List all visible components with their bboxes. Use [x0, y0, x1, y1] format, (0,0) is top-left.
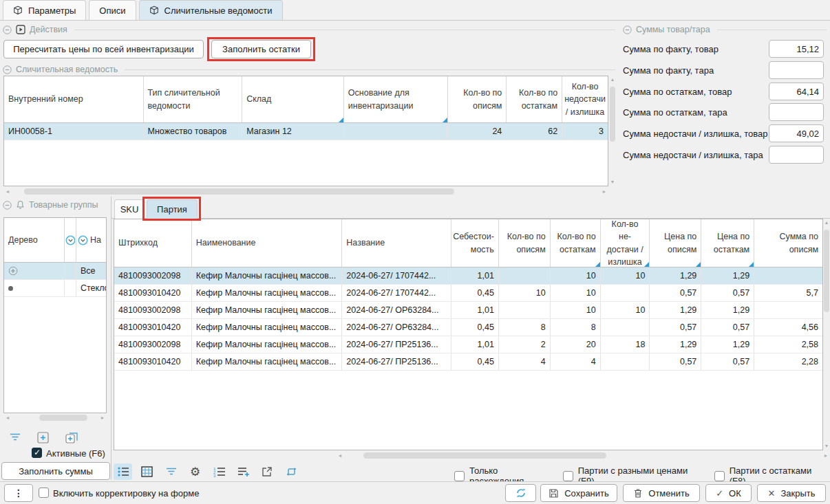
scroll-up-icon[interactable]: ▲: [608, 76, 617, 84]
filter-button[interactable]: [162, 463, 180, 480]
scroll-down-icon[interactable]: ▼: [608, 178, 617, 186]
column-header[interactable]: Кол-во по остаткам: [551, 219, 601, 267]
scroll-thumb[interactable]: [824, 230, 829, 312]
table-row[interactable]: 4810093002098 Кефир Малочны гасцінец мас…: [114, 336, 822, 353]
column-header[interactable]: Цена по описям: [650, 219, 701, 267]
fill-balances-button[interactable]: Заполнить остатки: [211, 40, 311, 58]
refresh-button[interactable]: [505, 484, 536, 502]
table-row[interactable]: 4810093002098 Кефир Малочны гасцінец мас…: [114, 302, 822, 319]
table-row[interactable]: ИН00058-1 Множество товаров Магазин 12 2…: [4, 123, 608, 140]
column-header[interactable]: Наименование: [192, 219, 343, 267]
sum-shortage-tare-field[interactable]: [769, 146, 824, 164]
recalc-prices-button[interactable]: Пересчитать цены по всей инвентаризации: [3, 40, 204, 58]
detail-h-scrollbar[interactable]: ◄ ►: [336, 451, 830, 460]
column-header[interactable]: Кол-во по описям: [448, 76, 507, 122]
scroll-thumb[interactable]: [39, 415, 87, 421]
column-header[interactable]: Кол-во по остаткам: [507, 76, 562, 122]
close-button[interactable]: ✕ Закрыть: [757, 484, 826, 502]
tab-slichitelnye-vedomosti[interactable]: Сличительные ведомости: [139, 0, 283, 20]
save-button[interactable]: Сохранить: [540, 484, 617, 502]
tree-row[interactable]: Все: [4, 263, 106, 280]
batches-with-balances-checkbox[interactable]: [714, 471, 725, 481]
tab-opisi[interactable]: Описи: [89, 0, 136, 20]
table-row[interactable]: 4810093010420 Кефир Малочны гасцінец мас…: [114, 353, 822, 371]
expand-node-button[interactable]: [34, 429, 52, 446]
detail-v-scrollbar[interactable]: ▲ ▼: [823, 219, 830, 450]
menu-button[interactable]: ⋮: [4, 484, 33, 502]
fill-sums-button[interactable]: Заполнить суммы: [1, 462, 110, 480]
column-header[interactable]: Склад: [242, 76, 344, 122]
column-header[interactable]: Внутренний номер: [4, 76, 144, 122]
column-header[interactable]: Цена по остаткам: [701, 219, 754, 267]
column-header[interactable]: Кол-во по описям: [499, 219, 551, 267]
tree-column-header[interactable]: Дерево: [4, 218, 65, 262]
scroll-track[interactable]: [12, 413, 98, 422]
sum-balance-tare-field[interactable]: [769, 103, 824, 121]
tab-sku[interactable]: SKU: [114, 199, 145, 219]
scroll-track[interactable]: [823, 227, 830, 442]
column-header[interactable]: Сумма по описям: [754, 219, 822, 267]
table-row[interactable]: 4810093010420 Кефир Малочны гасцінец мас…: [114, 319, 822, 336]
filter-dropdown-icon[interactable]: [78, 235, 88, 245]
expand-all-button[interactable]: [62, 429, 81, 446]
collapse-icon[interactable]: [3, 201, 12, 210]
scroll-up-icon[interactable]: ▲: [823, 219, 830, 227]
expand-plus-icon[interactable]: [8, 266, 18, 276]
statement-h-scrollbar[interactable]: ◄ ►: [3, 187, 608, 196]
numbered-list-button[interactable]: 123: [210, 463, 228, 480]
collapse-icon[interactable]: [3, 65, 12, 74]
repeat-button[interactable]: [282, 463, 301, 480]
settings-button[interactable]: ⚙: [186, 463, 204, 480]
grid-view-button[interactable]: [138, 463, 156, 480]
cancel-button[interactable]: Отменить: [623, 484, 700, 502]
column-header[interactable]: Тип сличительной ведомости: [144, 76, 243, 122]
add-to-list-button[interactable]: [234, 463, 253, 480]
open-external-button[interactable]: [258, 463, 277, 480]
column-header[interactable]: Кол-во не-достачи / излишка: [601, 219, 650, 267]
column-header[interactable]: Кол-во недостачи / излишка: [562, 76, 608, 122]
scroll-track[interactable]: [344, 451, 822, 460]
column-header[interactable]: Название: [342, 219, 451, 267]
groups-h-scrollbar[interactable]: ◄ ►: [3, 413, 107, 422]
column-header[interactable]: [65, 218, 76, 262]
column-header[interactable]: Штрихкод: [114, 219, 192, 267]
sum-shortage-goods-field[interactable]: 49,02: [769, 124, 824, 142]
sum-fact-goods-field[interactable]: 15,12: [769, 40, 824, 58]
top-tab-bar: Параметры Описи Сличительные ведомости: [0, 0, 830, 21]
active-groups-checkbox[interactable]: [32, 448, 42, 458]
only-differences-checkbox[interactable]: [454, 471, 465, 481]
collapse-icon[interactable]: [623, 25, 632, 34]
name-column-header[interactable]: На: [76, 218, 106, 262]
batches-different-prices-checkbox[interactable]: [563, 471, 573, 481]
column-header[interactable]: Себестои-мость: [451, 219, 499, 267]
enable-adjustment-checkbox[interactable]: [39, 487, 49, 498]
scroll-track[interactable]: [608, 84, 617, 178]
table-row[interactable]: 4810093002098 Кефир Малочны гасцінец мас…: [114, 267, 822, 285]
scroll-right-icon[interactable]: ►: [98, 414, 107, 422]
collapse-icon[interactable]: [3, 25, 12, 34]
sum-balance-goods-field[interactable]: 64,14: [769, 83, 824, 100]
table-row[interactable]: 4810093010420 Кефир Малочны гасцінец мас…: [114, 285, 822, 302]
tree-row[interactable]: Стекло: [4, 280, 106, 297]
sum-fact-tare-field[interactable]: [769, 61, 824, 79]
tab-parametry[interactable]: Параметры: [3, 0, 86, 20]
scroll-track[interactable]: [12, 187, 600, 196]
scroll-thumb[interactable]: [610, 87, 615, 142]
list-view-button[interactable]: [114, 463, 132, 480]
tab-partiya[interactable]: Партия: [147, 199, 198, 219]
scroll-left-icon[interactable]: ◄: [3, 188, 12, 196]
filter-button[interactable]: [6, 429, 24, 446]
scroll-down-icon[interactable]: ▼: [823, 442, 830, 450]
column-header[interactable]: Основание для инвентаризации: [344, 76, 449, 122]
statement-v-scrollbar[interactable]: ▲ ▼: [608, 76, 617, 186]
scroll-thumb[interactable]: [24, 188, 454, 195]
ok-button[interactable]: ✓ ОК: [705, 484, 752, 502]
cell-qty-balance: 62: [507, 123, 562, 140]
scroll-left-icon[interactable]: ◄: [336, 452, 344, 460]
sort-indicator-icon: [443, 118, 447, 122]
scroll-left-icon[interactable]: ◄: [3, 414, 12, 422]
scroll-right-icon[interactable]: ►: [822, 452, 830, 460]
filter-dropdown-icon[interactable]: [65, 235, 75, 245]
scroll-right-icon[interactable]: ►: [600, 188, 608, 196]
scroll-thumb[interactable]: [363, 452, 606, 459]
